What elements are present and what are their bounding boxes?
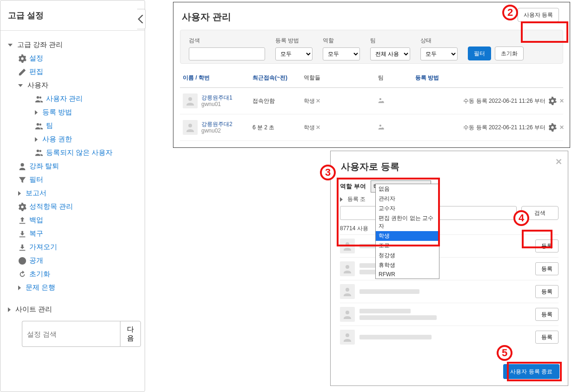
caret-down-icon [18,82,25,89]
col-roles: 역할들 [304,74,378,82]
filter-search-input[interactable] [189,47,265,60]
sidebar-item-publish[interactable]: 공개 [18,254,141,267]
user-name-link[interactable]: 강릉원주대1 [201,94,233,101]
sidebar-item-user-manage[interactable]: 사용자 관리 [35,92,141,106]
avatar [340,307,355,322]
avatar [340,239,355,253]
filter-team-label: 팀 [370,37,410,45]
sidebar-panel: 고급 설정 고급 강좌 관리 설정 편집 사용자 [0,0,145,392]
sidebar-item-grades[interactable]: 성적항목 관리 [18,200,141,213]
role-option[interactable]: 교수자 [376,204,439,213]
close-icon[interactable]: ✕ [555,157,562,167]
filter-status-label: 상태 [420,37,458,45]
filter-reset-button[interactable]: 초기화 [495,47,524,60]
modal-role-dropdown: 없음 관리자 교수자 편집 권한이 없는 교수자 학생 조교 청강생 휴학생 R… [375,184,439,279]
remove-role-icon[interactable]: ✕ [316,124,320,131]
avatar [183,120,198,135]
role-option[interactable]: 없음 [376,184,439,194]
triangle-icon [18,286,21,290]
gear-icon[interactable] [548,123,557,132]
filter-icon [18,176,27,184]
enroll-user-button[interactable]: 사용자 등록 [518,8,559,22]
main-panel: 사용자 관리 사용자 등록 검색 등록 방법 모두 역할 모두 팀 전체 사용 … [173,2,570,148]
sidebar-item-unenrolled-users[interactable]: 등록되지 않은 사용자 [35,146,141,159]
user-id: gwnu01 [201,101,233,107]
enroll-row-button[interactable]: 등록 [535,239,559,252]
filter-role-select[interactable]: 모두 [323,47,360,60]
users-icon [35,148,43,157]
sidebar-item-permission[interactable]: 사용 권한 [35,133,141,146]
sidebar-item-filter[interactable]: 필터 [18,173,141,186]
enroll-row-button[interactable]: 등록 [535,308,559,321]
enroll-done-button[interactable]: 사용자 등록 종료 [503,364,559,379]
add-team-button[interactable] [378,124,415,132]
enroll-modal: ✕ 사용자로 등록 역할 부여 학생 등록 조 없음 관리자 교수자 편집 권한… [330,151,568,386]
col-method[interactable]: 등록 방법 [415,74,564,82]
sidebar-item-unenroll-course[interactable]: 강좌 탈퇴 [18,159,141,173]
chevron-left-icon [137,15,146,23]
sidebar-item-restore[interactable]: 복구 [18,227,141,240]
remove-role-icon[interactable]: ✕ [316,98,320,104]
users-icon [35,122,43,130]
globe-icon [18,257,27,265]
sidebar-item-import[interactable]: 가져오기 [18,240,141,254]
unenroll-icon[interactable]: ✕ [559,98,564,104]
sidebar-item-backup[interactable]: 백업 [18,213,141,227]
settings-search-input[interactable] [22,321,120,347]
unenroll-icon[interactable]: ✕ [559,124,564,131]
sidebar-item-question-bank[interactable]: 문제 은행 [18,281,141,294]
sidebar-item-team[interactable]: 팀 [35,119,141,133]
list-item: 등록 [340,303,559,326]
enroll-row-button[interactable]: 등록 [535,331,559,344]
sidebar-item-users-parent[interactable]: 사용자 [18,79,141,92]
filter-team-select[interactable]: 전체 사용 [370,47,410,60]
sidebar-item-enroll-method[interactable]: 등록 방법 [35,106,141,119]
sidebar-title-text: 고급 설정 [8,11,44,20]
filter-method-label: 등록 방법 [275,37,313,45]
modal-title: 사용자로 등록 [341,160,559,173]
sidebar-item-reset[interactable]: 초기화 [18,267,141,281]
cell-method: 수동 등록 2022-06-21 11:26 부터 [463,124,545,132]
caret-down-icon [8,42,14,48]
cell-role: 학생 [304,124,315,132]
sidebar-collapse-handle[interactable] [137,9,146,29]
modal-enroll-cond[interactable]: 등록 조 [347,195,366,203]
settings-search-button[interactable]: 다음 [120,321,141,347]
user-name-link[interactable]: 강릉원주대2 [201,121,233,127]
role-option[interactable]: 편집 권한이 없는 교수자 [376,213,439,231]
avatar [340,284,355,299]
modal-search-button[interactable]: 검색 [521,206,559,220]
filter-method-select[interactable]: 모두 [275,47,313,60]
role-option[interactable]: 관리자 [376,194,439,204]
triangle-icon [8,307,11,312]
col-name[interactable]: 이름 / 학번 [183,74,253,82]
add-team-button[interactable] [378,97,415,105]
triangle-icon [35,110,38,115]
enroll-row-button[interactable]: 등록 [535,262,559,275]
gear-icon[interactable] [548,97,557,105]
enroll-row-button[interactable]: 등록 [535,285,559,298]
role-option[interactable]: 조교 [376,241,439,251]
filter-apply-button[interactable]: 필터 [468,47,491,60]
pencil-icon [18,68,27,76]
triangle-icon [340,197,343,202]
role-option[interactable]: 휴학생 [376,260,439,270]
role-option[interactable]: RFWR [376,270,439,279]
sidebar-item-site-admin[interactable]: 사이트 관리 [8,303,141,316]
user-icon [18,162,27,171]
sidebar-item-report[interactable]: 보고서 [18,186,141,200]
filter-status-select[interactable]: 모두 [420,47,458,60]
sidebar-item-settings[interactable]: 설정 [18,52,141,65]
sidebar-root-course[interactable]: 고급 강좌 관리 [8,38,141,52]
role-option[interactable]: 청강생 [376,251,439,260]
gear-icon [18,203,27,211]
list-item: 등록 [340,234,559,257]
col-team: 팀 [378,74,415,82]
role-option[interactable]: 학생 [376,231,439,241]
avatar [340,330,355,345]
sidebar-tree: 고급 강좌 관리 설정 편집 사용자 사용자 관리 [0,31,145,361]
download-icon [18,230,27,238]
sidebar-item-edit[interactable]: 편집 [18,65,141,79]
filter-card: 사용자 등록 검색 등록 방법 모두 역할 모두 팀 전체 사용 상태 모두 필… [180,30,563,64]
col-lastaccess[interactable]: 최근접속(~전) [253,74,304,82]
